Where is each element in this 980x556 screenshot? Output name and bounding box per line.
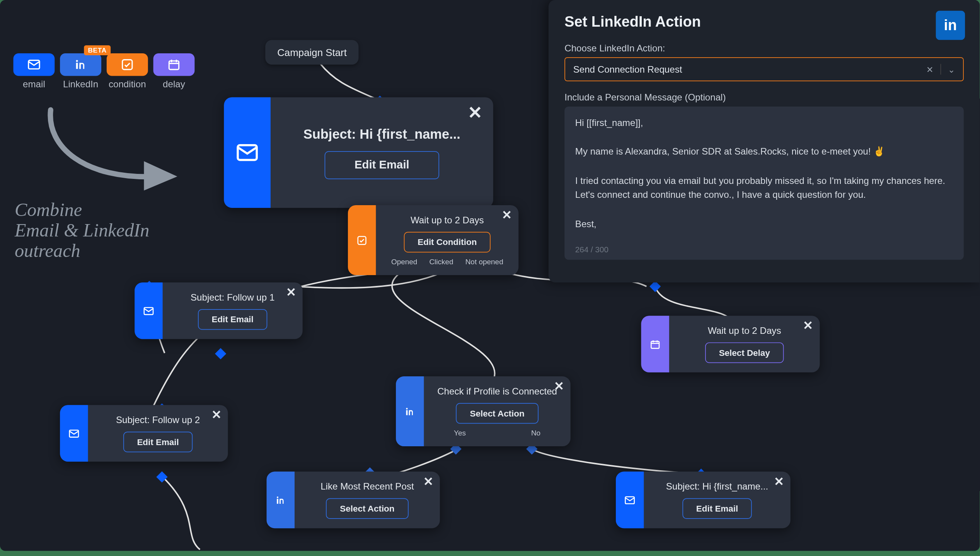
svg-rect-26: [409, 410, 410, 415]
edit-email-button[interactable]: Edit Email: [198, 309, 268, 330]
node-title: Like Most Recent Post: [320, 481, 414, 492]
branch-not-opened: Not opened: [465, 258, 503, 266]
close-icon[interactable]: ✕: [286, 286, 296, 298]
palette-delay-label: delay: [163, 78, 185, 89]
edit-email-button[interactable]: Edit Email: [123, 432, 193, 452]
palette-condition[interactable]: condition: [107, 53, 148, 89]
palette-delay[interactable]: delay: [153, 53, 195, 89]
node-title: Subject: Hi {first_name...: [303, 126, 460, 142]
svg-rect-21: [358, 236, 366, 244]
mail-icon: [143, 305, 155, 317]
svg-rect-16: [76, 63, 78, 69]
linkedin-action-panel: in Set LinkedIn Action Choose LinkedIn A…: [549, 0, 980, 282]
close-icon[interactable]: ✕: [774, 476, 784, 488]
hand-arrow: [44, 107, 191, 200]
node-title: Subject: Follow up 2: [116, 414, 200, 425]
palette-condition-label: condition: [109, 78, 146, 89]
mail-icon: [624, 494, 636, 506]
close-icon[interactable]: ✕: [423, 476, 433, 488]
close-icon[interactable]: ✕: [211, 409, 222, 421]
choose-action-label: Choose LinkedIn Action:: [564, 43, 964, 53]
svg-rect-30: [651, 341, 659, 348]
svg-point-27: [277, 496, 278, 498]
edit-email-button[interactable]: Edit Email: [324, 151, 439, 179]
beta-badge: BETA: [84, 45, 111, 55]
select-action-button[interactable]: Select Action: [456, 403, 539, 423]
palette-linkedin[interactable]: BETA LinkedIn: [60, 53, 101, 89]
campaign-start-chip: Campaign Start: [265, 40, 359, 65]
node-title: Wait up to 2 Days: [708, 325, 781, 336]
branch-clicked: Clicked: [429, 258, 453, 266]
svg-rect-28: [277, 498, 278, 503]
edit-email-button[interactable]: Edit Email: [682, 498, 752, 519]
close-icon[interactable]: ✕: [502, 209, 512, 221]
node-linkedin-like[interactable]: ✕ Like Most Recent Post Select Action: [267, 472, 440, 529]
clear-icon[interactable]: ✕: [926, 64, 934, 74]
personal-message-textarea[interactable]: Hi [[first_name]], My name is Alexandra,…: [564, 107, 964, 260]
calendar-icon: [649, 338, 661, 350]
node-followup-1[interactable]: ✕ Subject: Follow up 1 Edit Email: [135, 282, 302, 339]
close-icon[interactable]: ✕: [468, 104, 482, 121]
node-followup-2[interactable]: ✕ Subject: Follow up 2 Edit Email: [60, 405, 228, 462]
node-title: Subject: Hi {first_name...: [666, 481, 768, 492]
close-icon[interactable]: ✕: [803, 320, 813, 332]
select-value: Send Connection Request: [573, 64, 682, 75]
node-linkedin-check[interactable]: ✕ Check if Profile is Connected Select A…: [396, 376, 571, 446]
svg-rect-19: [169, 61, 179, 70]
linkedin-icon: [404, 405, 416, 417]
node-email-1[interactable]: ✕ Subject: Hi {first_name... Edit Email: [224, 97, 493, 208]
branch-opened: Opened: [391, 258, 418, 266]
personal-message-label: Include a Personal Message (Optional): [564, 92, 964, 103]
select-delay-button[interactable]: Select Delay: [705, 342, 784, 363]
linkedin-logo-icon: in: [936, 11, 965, 40]
panel-heading: Set LinkedIn Action: [564, 13, 964, 31]
node-title: Wait up to 2 Days: [411, 214, 484, 225]
caption: Combine Email & LinkedIn outreach: [15, 200, 150, 261]
mail-icon: [235, 140, 260, 165]
branch-yes: Yes: [454, 429, 466, 437]
svg-rect-7: [156, 471, 167, 483]
palette-email-label: email: [23, 78, 45, 89]
node-title: Check if Profile is Connected: [437, 386, 557, 396]
char-counter: 264 / 300: [575, 241, 953, 260]
node-email-2[interactable]: ✕ Subject: Hi {first_name... Edit Email: [616, 472, 791, 529]
svg-rect-18: [123, 60, 132, 70]
svg-rect-5: [215, 348, 226, 359]
node-palette: email BETA LinkedIn condition delay: [13, 53, 194, 89]
svg-rect-17: [79, 63, 80, 69]
select-action-button[interactable]: Select Action: [326, 498, 409, 519]
node-title: Subject: Follow up 1: [191, 292, 274, 303]
svg-rect-29: [280, 498, 281, 503]
chevron-down-icon[interactable]: ⌄: [948, 64, 955, 74]
linkedin-action-select[interactable]: Send Connection Request ✕ ⌄: [564, 57, 964, 81]
svg-rect-11: [649, 281, 661, 292]
check-icon: [356, 234, 368, 246]
svg-point-15: [76, 60, 78, 62]
svg-rect-25: [406, 410, 408, 415]
linkedin-icon: [274, 494, 286, 506]
svg-point-24: [406, 408, 407, 409]
edit-condition-button[interactable]: Edit Condition: [404, 232, 491, 252]
palette-linkedin-label: LinkedIn: [63, 78, 98, 89]
node-delay[interactable]: ✕ Wait up to 2 Days Select Delay: [641, 316, 820, 372]
node-condition[interactable]: ✕ Wait up to 2 Days Edit Condition Opene…: [348, 205, 518, 275]
close-icon[interactable]: ✕: [554, 380, 564, 392]
palette-email[interactable]: email: [13, 53, 55, 89]
branch-no: No: [531, 429, 540, 437]
mail-icon: [68, 427, 80, 439]
message-text: Hi [[first_name]], My name is Alexandra,…: [575, 116, 953, 241]
